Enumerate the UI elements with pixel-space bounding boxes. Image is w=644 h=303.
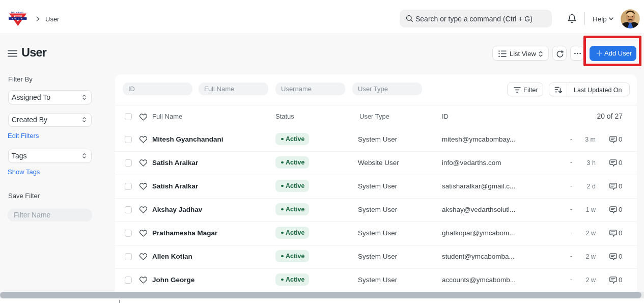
- svg-text:BOMBAY: BOMBAY: [11, 11, 24, 14]
- svg-text:YMCA: YMCA: [12, 17, 24, 20]
